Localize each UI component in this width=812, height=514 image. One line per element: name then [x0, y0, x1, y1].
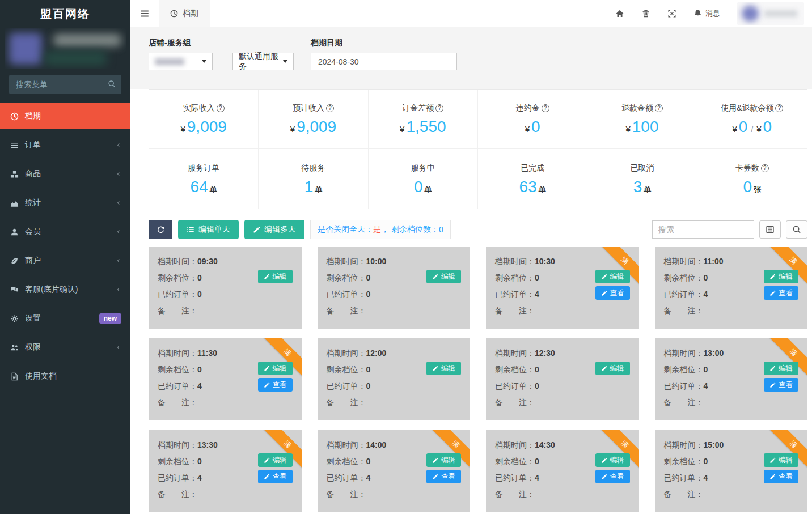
edit-button[interactable]: 编辑: [764, 270, 798, 283]
schedule-toolbar: 编辑单天 编辑多天 是否关闭全天：是， 剩余档位数：0: [149, 220, 807, 239]
help-icon: ?: [655, 104, 663, 112]
edit-button[interactable]: 编辑: [426, 362, 461, 375]
sidebar-item-members[interactable]: 会员: [0, 219, 130, 245]
edit-button[interactable]: 编辑: [258, 362, 293, 375]
user-status-redacted: [44, 51, 107, 66]
sidebar-item-orders[interactable]: 订单: [0, 132, 130, 158]
home-icon[interactable]: [615, 9, 624, 18]
note-label: 备 注：: [664, 490, 704, 499]
edit-button[interactable]: 编辑: [258, 270, 293, 283]
time-value: 14:30: [535, 440, 555, 449]
schedule-card: 档期时间：12:00 剩余档位：0 已约订单：0 备 注： 编辑: [318, 338, 471, 420]
help-icon: ?: [775, 104, 783, 112]
time-value: 10:30: [535, 257, 555, 266]
sidebar-item-permissions[interactable]: 权限: [0, 334, 130, 360]
chevron-left-icon: [116, 142, 121, 148]
view-button[interactable]: 查看: [426, 470, 461, 483]
user-panel: [5, 28, 126, 69]
help-icon: ?: [761, 164, 769, 172]
schedule-search-input[interactable]: [652, 220, 754, 239]
time-value: 10:00: [366, 257, 387, 266]
caret-down-icon: [283, 60, 287, 63]
users-icon: [9, 343, 19, 352]
view-button[interactable]: 查看: [258, 470, 293, 483]
view-button[interactable]: 查看: [764, 378, 798, 392]
search-icon: [108, 80, 116, 88]
sidebar-item-products[interactable]: 商品: [0, 161, 130, 187]
fullscreen-icon[interactable]: [667, 9, 676, 18]
slots-label: 剩余档位：: [664, 365, 704, 374]
edit-button[interactable]: 编辑: [258, 453, 293, 467]
time-label: 档期时间：: [158, 349, 197, 358]
schedule-card: 档期时间：10:00 剩余档位：0 已约订单：0 备 注： 编辑: [318, 247, 471, 329]
gears-icon: [9, 315, 19, 323]
schedule-card: 满 档期时间：14:00 剩余档位：0 已约订单：4 备 注： 编辑 查看: [318, 430, 471, 512]
schedule-card: 满 档期时间：13:00 剩余档位：0 已约订单：4 备 注： 编辑 查看: [655, 338, 808, 420]
slots-label: 剩余档位：: [495, 365, 535, 374]
time-label: 档期时间：: [664, 440, 704, 449]
edit-button[interactable]: 编辑: [764, 453, 798, 467]
orders-value: 0: [366, 290, 371, 299]
time-label: 档期时间：: [327, 440, 366, 449]
tab-schedule[interactable]: 档期: [159, 0, 210, 27]
edit-button[interactable]: 编辑: [764, 362, 798, 375]
user-menu[interactable]: [737, 2, 804, 25]
orders-label: 已约订单：: [327, 290, 366, 299]
note-label: 备 注：: [495, 490, 535, 499]
list-view-button[interactable]: [759, 220, 781, 239]
sidebar-item-docs[interactable]: 使用文档: [0, 363, 130, 389]
slots-label: 剩余档位：: [158, 365, 197, 374]
sidebar-item-customer-service[interactable]: 客服(底片确认): [0, 277, 130, 303]
service-group-select[interactable]: 默认通用服务: [232, 53, 294, 70]
view-button[interactable]: 查看: [258, 378, 293, 392]
pencil-icon: [264, 366, 270, 372]
sidebar-item-settings[interactable]: 设置 new: [0, 305, 130, 332]
menu-search-input[interactable]: [9, 75, 121, 94]
slots-label: 剩余档位：: [158, 457, 197, 466]
sidebar-item-label: 统计: [25, 198, 41, 208]
sidebar-item-merchants[interactable]: 商户: [0, 248, 130, 274]
pencil-icon: [601, 457, 607, 464]
shop-group-label: 店铺-服务组: [149, 38, 294, 48]
stat-penalty: 违约金? ¥0: [478, 90, 587, 149]
day-status-info: 是否关闭全天：是， 剩余档位数：0: [310, 220, 451, 239]
view-button[interactable]: 查看: [764, 470, 798, 483]
search-button[interactable]: [786, 220, 807, 239]
help-icon: ?: [217, 104, 225, 112]
edit-button[interactable]: 编辑: [426, 270, 461, 283]
trash-icon[interactable]: [641, 9, 650, 18]
schedule-date-input[interactable]: [311, 53, 457, 70]
edit-button[interactable]: 编辑: [426, 453, 461, 467]
slots-label: 剩余档位：: [327, 457, 366, 466]
time-label: 档期时间：: [664, 349, 704, 358]
schedule-card: 满 档期时间：11:30 剩余档位：0 已约订单：4 备 注： 编辑 查看: [149, 338, 302, 420]
view-button[interactable]: 查看: [595, 286, 630, 300]
schedule-card: 满 档期时间：13:30 剩余档位：0 已约订单：4 备 注： 编辑 查看: [149, 430, 302, 512]
edit-single-day-button[interactable]: 编辑单天: [178, 220, 239, 239]
cubes-icon: [9, 170, 19, 179]
schedule-card: 满 档期时间：10:30 剩余档位：0 已约订单：4 备 注： 编辑 查看: [486, 247, 639, 329]
shop-select[interactable]: [149, 53, 213, 70]
refresh-button[interactable]: [149, 220, 172, 239]
edit-button[interactable]: 编辑: [595, 362, 630, 375]
time-value: 13:00: [704, 349, 724, 358]
orders-value: 4: [704, 290, 708, 299]
bell-icon: [693, 9, 702, 18]
edit-multi-day-button[interactable]: 编辑多天: [244, 220, 304, 239]
view-button[interactable]: 查看: [764, 286, 798, 300]
sidebar-item-statistics[interactable]: 统计: [0, 190, 130, 216]
orders-value: 0: [197, 290, 202, 299]
stat-coupons: 卡券数? 0张: [697, 149, 807, 209]
pencil-icon: [769, 382, 776, 388]
notifications-button[interactable]: 消息: [693, 9, 720, 19]
sidebar-toggle-icon[interactable]: [130, 9, 159, 19]
edit-button[interactable]: 编辑: [595, 453, 630, 467]
orders-label: 已约订单：: [495, 473, 535, 482]
orders-label: 已约订单：: [495, 290, 535, 299]
time-label: 档期时间：: [664, 257, 704, 266]
sidebar-item-schedule[interactable]: 档期: [0, 103, 130, 129]
edit-button[interactable]: 编辑: [595, 270, 630, 283]
view-button[interactable]: 查看: [595, 470, 630, 483]
user-avatar: [9, 33, 42, 65]
slots-value: 0: [366, 273, 371, 282]
